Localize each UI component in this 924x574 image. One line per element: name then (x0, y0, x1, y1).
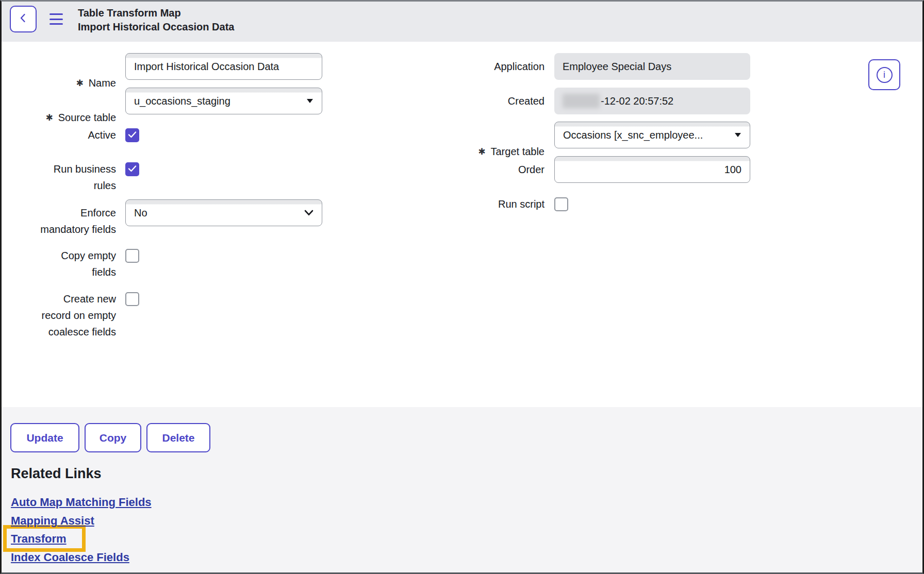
target-table-select[interactable]: Occasions [x_snc_employee... (554, 122, 750, 148)
order-label: Order (424, 161, 544, 178)
create-new-record-checkbox[interactable] (125, 292, 139, 306)
application-field: Employee Special Days (554, 53, 750, 80)
order-input[interactable]: 100 (554, 156, 750, 183)
related-link-auto-map-matching-fields[interactable]: Auto Map Matching Fields (11, 495, 152, 510)
info-icon: i (877, 67, 893, 83)
info-button[interactable]: i (868, 59, 900, 90)
create-new-record-label: Create new record on empty coalesce fiel… (2, 291, 116, 340)
delete-button[interactable]: Delete (146, 423, 210, 452)
page-title-record-name: Import Historical Occasion Data (78, 20, 234, 34)
page-title: Table Transform Map Import Historical Oc… (78, 6, 234, 34)
dropdown-arrow-icon (734, 132, 741, 138)
enforce-mandatory-fields-select[interactable]: No (125, 199, 322, 226)
redacted-year-blur (563, 94, 600, 108)
name-label: ✱Name (2, 58, 116, 92)
dropdown-arrow-icon (306, 98, 314, 104)
mandatory-icon: ✱ (478, 144, 485, 160)
checkmark-icon (128, 131, 137, 140)
source-table-select[interactable]: u_occasions_staging (125, 88, 322, 114)
application-label: Application (424, 58, 544, 75)
name-input[interactable]: Import Historical Occasion Data (125, 53, 322, 80)
related-link-index-coalesce-fields[interactable]: Index Coalesce Fields (11, 550, 129, 565)
mandatory-icon: ✱ (45, 110, 53, 126)
copy-button[interactable]: Copy (85, 423, 141, 452)
enforce-mandatory-fields-label: Enforce mandatory fields (2, 205, 116, 238)
target-table-label: ✱Target table (424, 127, 544, 161)
checkmark-icon (128, 165, 137, 174)
run-business-rules-checkbox[interactable] (125, 162, 139, 176)
created-label: Created (424, 93, 544, 109)
run-business-rules-label: Run business rules (2, 161, 116, 194)
run-script-label: Run script (424, 196, 544, 212)
hamburger-menu-icon[interactable] (50, 13, 63, 25)
header-bar: Table Transform Map Import Historical Oc… (2, 2, 922, 42)
active-checkbox[interactable] (125, 128, 139, 142)
page-title-record-type: Table Transform Map (78, 6, 234, 20)
back-button[interactable] (10, 6, 37, 32)
update-button[interactable]: Update (10, 423, 79, 452)
related-link-transform[interactable]: Transform (11, 532, 67, 546)
copy-empty-fields-label: Copy empty fields (2, 247, 116, 280)
related-links-heading: Related Links (11, 466, 102, 482)
created-field: -12-02 20:57:52 (554, 88, 750, 114)
run-script-checkbox[interactable] (554, 197, 568, 211)
chevron-down-icon (304, 210, 314, 216)
table-transform-map-form: Table Transform Map Import Historical Oc… (0, 0, 924, 574)
active-label: Active (2, 127, 116, 143)
chevron-left-icon (18, 12, 29, 26)
source-table-label: ✱Source table (2, 93, 116, 127)
mandatory-icon: ✱ (76, 75, 83, 92)
copy-empty-fields-checkbox[interactable] (125, 249, 139, 263)
related-link-mapping-assist[interactable]: Mapping Assist (11, 514, 94, 528)
